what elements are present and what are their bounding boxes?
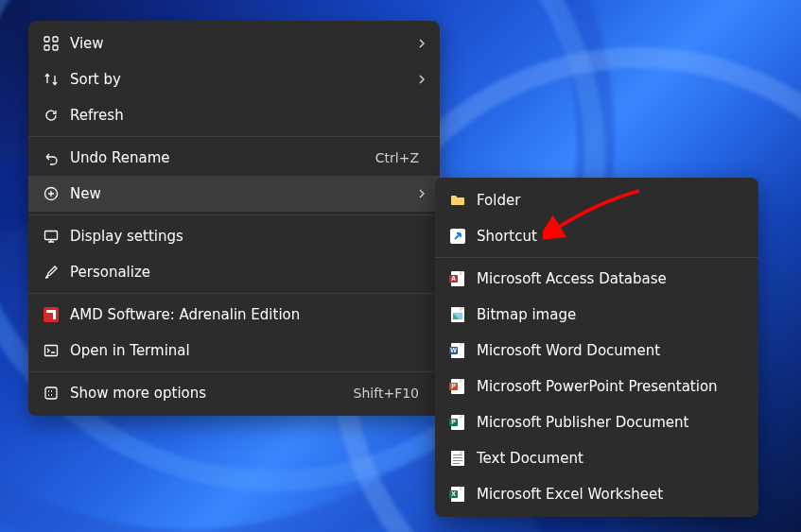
menu-item-label: Open in Terminal <box>70 342 427 359</box>
menu-item-sort-by[interactable]: Sort by <box>28 61 440 97</box>
undo-icon <box>42 148 61 167</box>
sort-icon <box>42 70 61 89</box>
svg-rect-6 <box>45 346 58 356</box>
submenu-item-label: Microsoft PowerPoint Presentation <box>477 378 745 395</box>
menu-item-undo-rename[interactable]: Undo Rename Ctrl+Z <box>28 140 440 176</box>
svg-rect-5 <box>45 232 58 240</box>
menu-item-open-terminal[interactable]: Open in Terminal <box>28 333 440 369</box>
submenu-item-label: Microsoft Publisher Document <box>477 414 745 431</box>
submenu-item-excel[interactable]: X Microsoft Excel Worksheet <box>435 476 758 512</box>
access-icon: A <box>448 269 467 288</box>
svg-rect-2 <box>44 45 49 50</box>
menu-separator <box>435 257 758 258</box>
more-options-icon <box>42 384 61 403</box>
submenu-item-label: Text Document <box>477 450 745 467</box>
submenu-item-label: Microsoft Word Document <box>477 342 745 359</box>
view-grid-icon <box>42 34 61 53</box>
submenu-item-shortcut[interactable]: Shortcut <box>435 218 758 254</box>
menu-item-label: Refresh <box>70 107 427 124</box>
plus-circle-icon <box>42 184 61 203</box>
word-icon: W <box>448 341 467 360</box>
menu-item-shortcut: Ctrl+Z <box>375 150 419 165</box>
amd-icon <box>42 305 61 324</box>
submenu-item-text[interactable]: Text Document <box>435 440 758 476</box>
menu-item-show-more-options[interactable]: Show more options Shift+F10 <box>28 375 440 411</box>
new-submenu: Folder Shortcut A Microsoft Access Datab… <box>435 178 758 517</box>
submenu-item-bitmap[interactable]: Bitmap image <box>435 297 758 333</box>
menu-item-display-settings[interactable]: Display settings <box>28 218 440 254</box>
submenu-item-powerpoint[interactable]: P Microsoft PowerPoint Presentation <box>435 369 758 404</box>
menu-item-label: Sort by <box>70 71 417 88</box>
excel-icon: X <box>448 485 467 504</box>
svg-rect-3 <box>53 45 58 50</box>
submenu-item-publisher[interactable]: P Microsoft Publisher Document <box>435 404 758 440</box>
chevron-right-icon <box>417 185 427 202</box>
menu-item-label: AMD Software: Adrenalin Edition <box>70 306 427 323</box>
bitmap-icon <box>448 305 467 324</box>
menu-item-label: New <box>70 185 417 202</box>
submenu-item-word[interactable]: W Microsoft Word Document <box>435 333 758 369</box>
menu-item-view[interactable]: View <box>28 26 440 61</box>
menu-item-refresh[interactable]: Refresh <box>28 97 440 133</box>
refresh-icon <box>42 106 61 125</box>
svg-rect-1 <box>53 37 58 42</box>
desktop-context-menu: View Sort by Refresh Undo Rename Ctrl+Z … <box>28 21 440 416</box>
chevron-right-icon <box>417 71 427 88</box>
submenu-item-label: Microsoft Access Database <box>477 270 745 287</box>
menu-item-label: Show more options <box>70 385 354 402</box>
submenu-item-access[interactable]: A Microsoft Access Database <box>435 261 758 297</box>
menu-item-label: View <box>70 35 417 52</box>
submenu-item-label: Shortcut <box>477 228 745 245</box>
menu-item-label: Undo Rename <box>70 149 375 166</box>
submenu-item-label: Bitmap image <box>477 306 745 323</box>
menu-separator <box>28 293 440 294</box>
text-file-icon <box>448 449 467 468</box>
publisher-icon: P <box>448 413 467 432</box>
terminal-icon <box>42 341 61 360</box>
brush-icon <box>42 263 61 282</box>
menu-separator <box>28 371 440 372</box>
menu-item-amd-software[interactable]: AMD Software: Adrenalin Edition <box>28 297 440 333</box>
submenu-item-folder[interactable]: Folder <box>435 182 758 218</box>
menu-item-shortcut: Shift+F10 <box>354 386 419 401</box>
menu-separator <box>28 215 440 215</box>
menu-item-personalize[interactable]: Personalize <box>28 254 440 290</box>
submenu-item-label: Microsoft Excel Worksheet <box>477 486 745 503</box>
svg-rect-7 <box>45 387 57 399</box>
submenu-item-label: Folder <box>477 192 745 209</box>
powerpoint-icon: P <box>448 377 467 396</box>
svg-rect-0 <box>44 37 49 42</box>
menu-item-new[interactable]: New <box>28 176 440 212</box>
menu-item-label: Display settings <box>70 228 427 245</box>
shortcut-icon <box>448 227 467 246</box>
menu-separator <box>28 136 440 137</box>
chevron-right-icon <box>417 35 427 52</box>
folder-icon <box>448 191 467 210</box>
menu-item-label: Personalize <box>70 264 427 281</box>
monitor-icon <box>42 227 61 246</box>
